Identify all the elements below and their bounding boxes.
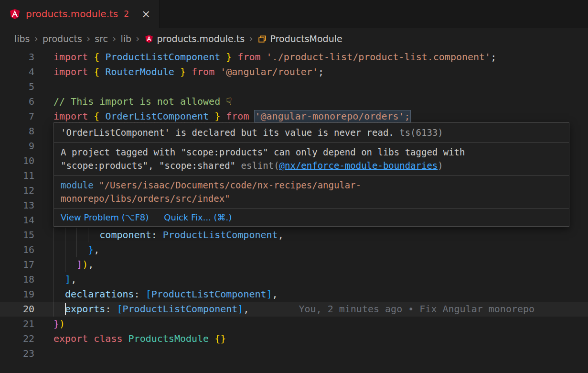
line-number: 8 <box>0 124 53 139</box>
ts-diagnostic-code: ts(6133) <box>394 127 443 138</box>
breadcrumb-item-lib[interactable]: lib <box>120 33 131 44</box>
line-content: component: ProductListComponent, <box>53 228 284 242</box>
line-number: 7 <box>0 109 53 124</box>
breadcrumb-item-productsmodule[interactable]: ProductsModule <box>257 33 342 44</box>
code-line-5[interactable]: 5 <box>0 79 588 94</box>
code-token: RouterModule <box>105 66 174 77</box>
line-number: 10 <box>0 154 53 168</box>
line-content: }, <box>53 242 99 257</box>
breadcrumb-item-products-module-ts[interactable]: products.module.ts <box>144 33 245 44</box>
code-token: , <box>94 244 99 255</box>
code-token: './product-list/product-list.component' <box>267 51 491 63</box>
code-token: , <box>88 259 94 270</box>
angular-icon <box>144 34 154 44</box>
code-token: ] <box>65 274 71 285</box>
line-number: 12 <box>0 183 53 198</box>
code-token: } <box>209 110 220 122</box>
code-token: ] <box>76 259 82 270</box>
code-line-15[interactable]: 15component: ProductListComponent, <box>0 228 588 242</box>
breadcrumb-separator: › <box>86 33 90 44</box>
hover-module-info: module "/Users/isaac/Documents/code/nx-r… <box>54 176 569 208</box>
code-token: ProductListComponent <box>151 288 267 300</box>
code-token: declarations <box>65 288 134 300</box>
eslint-source-open: eslint( <box>241 160 279 171</box>
code-line-17[interactable]: 17]), <box>0 257 588 272</box>
code-token: { <box>94 66 105 77</box>
ts-diagnostic-text: 'OrderListComponent' is declared but its… <box>61 127 394 138</box>
close-tab-icon[interactable]: × <box>141 9 150 20</box>
code-token: // This import is not allowed <box>53 96 226 107</box>
breadcrumb-item-products[interactable]: products <box>43 33 82 44</box>
code-token: [ <box>117 303 122 315</box>
breadcrumb-label: libs <box>14 33 30 44</box>
line-number: 6 <box>0 94 53 109</box>
line-content: export class ProductsModule {} <box>53 331 226 346</box>
breadcrumb-label: lib <box>120 33 131 44</box>
line-number: 13 <box>0 198 53 213</box>
line-number: 9 <box>0 139 53 154</box>
breadcrumb-item-libs[interactable]: libs <box>14 33 30 44</box>
hover-ts-diagnostic: 'OrderListComponent' is declared but its… <box>54 123 569 143</box>
breadcrumb-separator: › <box>249 33 253 44</box>
code-token: '@angular/router' <box>220 66 318 77</box>
editor-tab-products-module[interactable]: products.module.ts 2 × <box>0 0 160 28</box>
line-content: // This import is not allowed ☟ <box>53 94 232 109</box>
code-token: exports <box>65 303 105 315</box>
module-keyword: module <box>61 180 94 190</box>
view-problem-action[interactable]: View Problem (⌥F8) <box>61 212 149 222</box>
line-content: import { OrderListComponent } from '@ang… <box>53 109 410 124</box>
code-token: , <box>272 288 278 300</box>
code-token: , <box>243 303 249 315</box>
line-number: 14 <box>0 213 53 228</box>
indent-guides <box>53 257 76 272</box>
code-token: : <box>105 303 117 315</box>
line-number: 3 <box>0 50 53 65</box>
code-token: ProductsModule <box>128 333 209 344</box>
code-token: , <box>71 274 76 285</box>
line-number: 23 <box>0 346 53 361</box>
indent-guides <box>53 302 65 317</box>
breadcrumb-item-src[interactable]: src <box>95 33 108 44</box>
code-token: '@angular-monorepo/orders'; <box>255 110 410 122</box>
line-number: 4 <box>0 65 53 79</box>
module-path-code: module "/Users/isaac/Documents/code/nx-r… <box>61 178 376 205</box>
eslint-rule-link[interactable]: @nx/enforce-module-boundaries <box>279 160 438 171</box>
line-content: ]), <box>53 257 94 272</box>
breadcrumb-label: products.module.ts <box>157 33 245 44</box>
code-token: } <box>220 51 232 63</box>
breadcrumb-separator: › <box>112 33 116 44</box>
code-token: import <box>53 51 94 63</box>
code-line-7[interactable]: 7import { OrderListComponent } from '@an… <box>0 109 588 124</box>
code-line-6[interactable]: 6// This import is not allowed ☟ <box>0 94 588 109</box>
tab-error-count-badge: 2 <box>124 9 129 19</box>
line-number: 17 <box>0 257 53 272</box>
code-token: from <box>220 110 255 122</box>
code-line-4[interactable]: 4import { RouterModule } from '@angular/… <box>0 65 588 79</box>
eslint-source-close: ) <box>438 160 443 171</box>
breadcrumb-label: products <box>43 33 82 44</box>
code-line-22[interactable]: 22export class ProductsModule {} <box>0 331 588 346</box>
line-content: }) <box>53 317 65 331</box>
quick-fix-action[interactable]: Quick Fix... (⌘.) <box>164 212 232 222</box>
code-line-19[interactable]: 19declarations: [ProductListComponent], <box>0 287 588 302</box>
code-line-21[interactable]: 21}) <box>0 317 588 331</box>
indent-guides <box>53 228 99 242</box>
line-number: 18 <box>0 272 53 287</box>
code-line-3[interactable]: 3import { ProductListComponent } from '.… <box>0 50 588 65</box>
tab-bar: products.module.ts 2 × <box>0 0 588 28</box>
hover-actions-bar: View Problem (⌥F8) Quick Fix... (⌘.) <box>54 208 569 226</box>
code-token <box>209 333 214 344</box>
code-token: ; <box>491 51 496 63</box>
line-number: 11 <box>0 168 53 183</box>
line-number: 15 <box>0 228 53 242</box>
code-line-23[interactable]: 23 <box>0 346 588 361</box>
code-token: : <box>134 288 146 300</box>
code-token: from <box>232 51 266 63</box>
text-cursor <box>65 303 66 315</box>
code-token: } <box>174 66 186 77</box>
code-line-18[interactable]: 18], <box>0 272 588 287</box>
code-line-16[interactable]: 16}, <box>0 242 588 257</box>
code-line-20[interactable]: 20exports: [ProductListComponent],You, 2… <box>0 302 588 317</box>
line-number: 19 <box>0 287 53 302</box>
line-content: exports: [ProductListComponent],You, 2 m… <box>53 302 535 317</box>
